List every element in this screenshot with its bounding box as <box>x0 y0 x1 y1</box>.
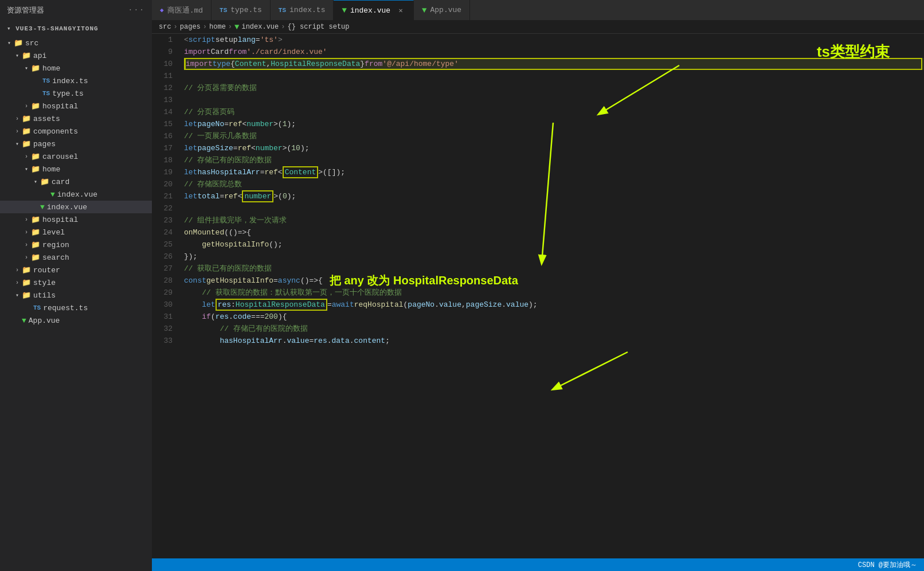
arrow-icon <box>13 114 22 123</box>
ts-icon: TS <box>33 304 41 311</box>
sidebar-item-hospital-api[interactable]: 📁 hospital <box>0 100 152 112</box>
code-line-30: let res:HospitalResponseData = await req… <box>184 299 924 311</box>
folder-icon: 📁 <box>22 127 31 136</box>
code-line-25: getHospitalInfo(); <box>184 238 924 251</box>
arrow-icon <box>22 101 31 111</box>
arrow-icon <box>13 127 22 136</box>
vue-icon: ▼ <box>22 316 26 325</box>
item-label: index.vue <box>57 190 97 199</box>
item-label: card <box>52 178 69 186</box>
arrow-icon <box>22 240 31 249</box>
sidebar-item-components[interactable]: 📁 components <box>0 125 152 138</box>
arrow-icon <box>13 139 22 148</box>
arrow-icon <box>5 38 14 48</box>
item-label: search <box>42 253 69 262</box>
tab-type-ts[interactable]: TS type.ts <box>212 0 271 20</box>
code-line-13 <box>184 94 924 106</box>
sidebar-item-home-index-vue[interactable]: ▼ index.vue <box>0 201 152 213</box>
sidebar-item-card-index-vue[interactable]: ▼ index.vue <box>0 188 152 201</box>
sidebar-item-carousel[interactable]: 📁 carousel <box>0 150 152 163</box>
code-line-12: // 分页器需要的数据 <box>184 82 924 94</box>
sidebar-item-region[interactable]: 📁 region <box>0 238 152 251</box>
item-label: type.ts <box>52 89 84 98</box>
code-line-26: }); <box>184 251 924 263</box>
item-label: components <box>33 127 78 136</box>
folder-icon: 📁 <box>22 265 31 275</box>
code-line-10: import type { Content, HospitalResponseD… <box>184 58 924 70</box>
code-line-14: // 分页器页码 <box>184 106 924 118</box>
tab-label: 商医通.md <box>167 5 203 15</box>
code-line-29: // 获取医院的数据：默认获取第一页，一页十个医院的数据 <box>184 287 924 299</box>
sidebar-item-type-ts[interactable]: TS type.ts <box>0 87 152 100</box>
tab-label: App.vue <box>430 6 462 14</box>
folder-icon: 📁 <box>31 152 40 161</box>
arrow-icon <box>22 253 31 262</box>
status-label: CSDN @要加油哦～ <box>858 560 917 570</box>
code-line-28: const getHospitalInfo = async ()=>{ 把 an… <box>184 275 924 287</box>
tab-index-ts[interactable]: TS index.ts <box>271 0 334 20</box>
sidebar-item-style[interactable]: 📁 style <box>0 276 152 289</box>
sidebar-item-app-vue[interactable]: ▼ App.vue <box>0 314 152 327</box>
sidebar-item-card[interactable]: 📁 card <box>0 175 152 188</box>
code-line-31: if(res.code === 200){ <box>184 311 924 323</box>
item-label: request.ts <box>43 304 88 312</box>
sidebar-item-home-api[interactable]: 📁 home <box>0 62 152 75</box>
folder-icon: 📁 <box>31 240 40 249</box>
sidebar-item-hospital-pages[interactable]: 📁 hospital <box>0 213 152 226</box>
ts-icon: TS <box>42 90 50 97</box>
sidebar-item-src[interactable]: 📁 src <box>0 37 152 49</box>
code-line-15: let pageNo = ref<number>(1); <box>184 118 924 130</box>
tab-close-icon[interactable]: ✕ <box>396 6 405 15</box>
sidebar-item-router[interactable]: 📁 router <box>0 264 152 276</box>
item-label: router <box>33 266 60 275</box>
explorer-label: 资源管理器 <box>7 5 44 15</box>
tab-app-vue[interactable]: ▼ App.vue <box>414 0 470 20</box>
item-label: src <box>25 39 38 48</box>
sidebar-item-api[interactable]: 📁 api <box>0 49 152 62</box>
sidebar-item-request-ts[interactable]: TS request.ts <box>0 302 152 314</box>
callout-any-label: 把 any 改为 HospitalResponseData <box>330 275 518 287</box>
folder-icon: 📁 <box>31 215 40 224</box>
ts-icon: TS <box>220 7 227 14</box>
bc-src: src <box>159 23 171 31</box>
vue-icon: ▼ <box>40 203 45 212</box>
code-line-24: onMounted(()=>{ <box>184 226 924 238</box>
folder-icon: 📁 <box>31 101 40 111</box>
folder-icon: 📁 <box>22 51 31 60</box>
item-label: home <box>42 165 60 174</box>
root-label-text: ▾ VUE3-TS-SHANGYITONG <box>7 25 99 32</box>
code-editor[interactable]: 1 9 10 11 12 13 14 15 16 17 18 19 20 21 … <box>152 34 924 558</box>
tab-index-vue[interactable]: ▼ index.vue ✕ <box>334 0 414 20</box>
folder-icon: 📁 <box>22 114 31 123</box>
folder-icon: 📁 <box>31 253 40 262</box>
item-label: style <box>33 279 56 287</box>
arrow-icon <box>31 177 40 186</box>
vue-icon: ▼ <box>422 6 426 15</box>
item-label: index.ts <box>52 77 88 85</box>
content-type-box: Content <box>283 166 319 178</box>
bc-script: {} script setup <box>287 23 349 31</box>
tab-shangyitong-md[interactable]: ◆ 商医通.md <box>152 0 212 20</box>
sidebar-item-utils[interactable]: 📁 utils <box>0 289 152 302</box>
code-line-22 <box>184 202 924 214</box>
sidebar-item-index-ts[interactable]: TS index.ts <box>0 75 152 87</box>
vue-icon: ▼ <box>342 6 346 15</box>
folder-icon: 📁 <box>22 139 31 148</box>
sidebar-item-pages[interactable]: 📁 pages <box>0 138 152 150</box>
title-bar: 资源管理器 ··· ◆ 商医通.md TS type.ts TS index.t… <box>0 0 924 20</box>
sidebar-header-area: 资源管理器 ··· <box>0 5 152 15</box>
number-type-box: number <box>242 190 273 202</box>
sidebar-item-search[interactable]: 📁 search <box>0 251 152 264</box>
arrow-icon <box>22 228 31 237</box>
code-line-9: import Card from './card/index.vue' <box>184 46 924 58</box>
sidebar-item-assets[interactable]: 📁 assets <box>0 112 152 125</box>
bc-sep3: › <box>228 23 232 31</box>
sidebar-item-level[interactable]: 📁 level <box>0 226 152 238</box>
sidebar-item-home-pages[interactable]: 📁 home <box>0 163 152 175</box>
code-line-19: let hasHospitalArr = ref<Content>([]); <box>184 166 924 178</box>
main-area: ▾ VUE3-TS-SHANGYITONG 📁 src 📁 api 📁 home… <box>0 20 924 571</box>
code-line-11 <box>184 70 924 82</box>
folder-icon: 📁 <box>22 291 31 300</box>
more-options-icon[interactable]: ··· <box>128 6 145 14</box>
item-label: region <box>42 241 69 249</box>
